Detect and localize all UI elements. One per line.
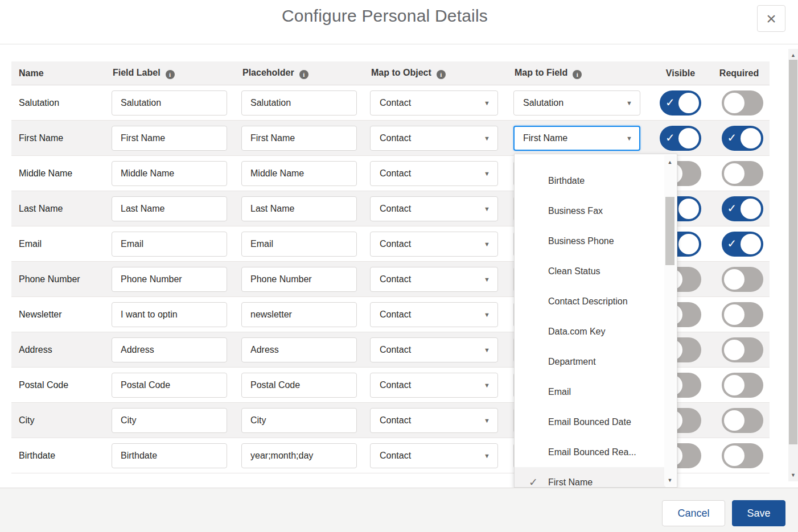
dropdown-option[interactable]: ✓ Data.com Key <box>515 316 665 347</box>
dropdown-scrollbar[interactable]: ▲ ▼ <box>664 155 676 486</box>
chevron-down-icon: ▼ <box>484 417 490 424</box>
map-to-object-select[interactable]: Contact ▼ <box>370 302 498 327</box>
modal-title: Configure Personal Details <box>0 6 770 26</box>
dropdown-option[interactable]: ✓ Email <box>515 377 665 407</box>
info-icon[interactable]: i <box>437 70 446 79</box>
modal-scrollbar-thumb[interactable] <box>789 60 797 444</box>
map-to-object-select[interactable]: Contact ▼ <box>370 267 498 292</box>
scroll-down-icon[interactable]: ▼ <box>664 476 676 485</box>
required-toggle[interactable]: ✓ <box>722 408 763 433</box>
map-to-object-select[interactable]: Contact ▼ <box>370 126 498 151</box>
dropdown-option[interactable]: ✓ Clean Status <box>515 256 665 286</box>
placeholder-input[interactable] <box>241 232 357 257</box>
dropdown-scrollbar-thumb[interactable] <box>665 197 674 265</box>
placeholder-input[interactable] <box>241 126 357 151</box>
field-label-input[interactable] <box>112 443 227 468</box>
field-name-label: Salutation <box>11 98 112 108</box>
field-name-label: Address <box>11 345 112 355</box>
dropdown-option[interactable]: ✓ Birthdate <box>515 166 665 196</box>
dropdown-option[interactable]: ✓ Email Bounced Date <box>515 407 665 437</box>
required-toggle[interactable]: ✓ <box>722 443 763 468</box>
chevron-down-icon: ▼ <box>484 276 490 283</box>
placeholder-input[interactable] <box>241 443 357 468</box>
cancel-button[interactable]: Cancel <box>662 500 725 526</box>
dropdown-list: ✓ Birthdate ✓ Business Fax ✓ Business Ph… <box>515 154 665 488</box>
toggle-knob <box>724 375 744 395</box>
scroll-down-icon[interactable]: ▼ <box>788 471 798 480</box>
map-to-object-select[interactable]: Contact ▼ <box>370 408 498 433</box>
map-to-field-select[interactable]: Salutation ▼ <box>513 90 640 116</box>
placeholder-input[interactable] <box>241 337 357 362</box>
visible-toggle[interactable]: ✓ <box>660 126 701 151</box>
scroll-up-icon[interactable]: ▲ <box>664 158 676 167</box>
chevron-down-icon: ▼ <box>626 100 632 106</box>
required-toggle[interactable]: ✓ <box>722 302 763 327</box>
placeholder-input[interactable] <box>241 373 357 398</box>
modal-footer: Cancel Save <box>0 488 798 532</box>
field-name-label: Birthdate <box>11 451 112 461</box>
toggle-knob <box>741 234 761 254</box>
required-toggle[interactable]: ✓ <box>722 267 763 292</box>
scroll-up-icon[interactable]: ▲ <box>788 51 798 60</box>
map-to-object-select[interactable]: Contact ▼ <box>370 161 498 186</box>
field-name-label: Email <box>11 239 112 249</box>
map-to-field-dropdown: ✓ Birthdate ✓ Business Fax ✓ Business Ph… <box>514 154 677 488</box>
field-label-input[interactable] <box>112 126 227 151</box>
dropdown-option[interactable]: ✓ Email Bounced Rea... <box>515 437 665 467</box>
close-button[interactable]: × <box>757 5 785 32</box>
field-label-input[interactable] <box>112 267 227 292</box>
placeholder-input[interactable] <box>241 408 357 433</box>
map-to-object-select[interactable]: Contact ▼ <box>370 443 498 468</box>
field-label-input[interactable] <box>112 373 227 398</box>
toggle-knob <box>678 199 699 219</box>
map-to-object-select[interactable]: Contact ▼ <box>370 196 498 221</box>
field-label-input[interactable] <box>112 196 227 221</box>
required-toggle[interactable]: ✓ <box>722 90 763 116</box>
field-label-input[interactable] <box>112 90 227 116</box>
field-label-input[interactable] <box>112 408 227 433</box>
placeholder-input[interactable] <box>241 161 357 186</box>
modal-header: Configure Personal Details × <box>0 0 798 44</box>
map-to-object-select[interactable]: Contact ▼ <box>370 337 498 362</box>
placeholder-input[interactable] <box>241 90 357 116</box>
toggle-knob <box>741 199 761 219</box>
table-header-row: Name Field Labeli Placeholderi Map to Ob… <box>11 61 770 85</box>
toggle-knob <box>724 410 744 431</box>
dropdown-option[interactable]: ✓ Business Fax <box>515 196 665 226</box>
field-label-input[interactable] <box>112 302 227 327</box>
toggle-knob <box>678 128 699 149</box>
map-to-object-select[interactable]: Contact ▼ <box>370 373 498 398</box>
required-toggle[interactable]: ✓ <box>722 196 763 221</box>
required-toggle[interactable]: ✓ <box>722 126 763 151</box>
placeholder-input[interactable] <box>241 302 357 327</box>
check-icon: ✓ <box>727 131 737 144</box>
toggle-knob <box>724 340 744 360</box>
required-toggle[interactable]: ✓ <box>722 373 763 398</box>
dropdown-option[interactable]: ✓ Department <box>515 347 665 377</box>
dropdown-option[interactable]: ✓ First Name <box>515 467 665 488</box>
dropdown-option[interactable]: ✓ Business Phone <box>515 226 665 256</box>
modal-scrollbar[interactable]: ▲ ▼ <box>788 49 798 481</box>
chevron-down-icon: ▼ <box>484 135 490 142</box>
dropdown-option[interactable]: ✓ Contact Description <box>515 286 665 316</box>
save-button[interactable]: Save <box>732 500 785 526</box>
placeholder-input[interactable] <box>241 267 357 292</box>
chevron-down-icon: ▼ <box>484 311 490 318</box>
required-toggle[interactable]: ✓ <box>722 161 763 186</box>
info-icon[interactable]: i <box>166 70 175 79</box>
field-label-input[interactable] <box>112 337 227 362</box>
placeholder-input[interactable] <box>241 196 357 221</box>
map-to-object-select[interactable]: Contact ▼ <box>370 232 498 257</box>
info-icon[interactable]: i <box>573 70 582 79</box>
visible-toggle[interactable]: ✓ <box>660 90 701 116</box>
field-name-label: First Name <box>11 133 112 143</box>
required-toggle[interactable]: ✓ <box>722 232 763 257</box>
info-icon[interactable]: i <box>299 70 308 79</box>
map-to-object-select[interactable]: Contact ▼ <box>370 90 498 116</box>
field-label-input[interactable] <box>112 161 227 186</box>
required-toggle[interactable]: ✓ <box>722 337 763 362</box>
field-label-input[interactable] <box>112 232 227 257</box>
field-name-label: Phone Number <box>11 274 112 284</box>
column-header-map-to-object: Map to Objecti <box>370 68 513 79</box>
map-to-field-select[interactable]: First Name ▼ <box>513 126 640 151</box>
